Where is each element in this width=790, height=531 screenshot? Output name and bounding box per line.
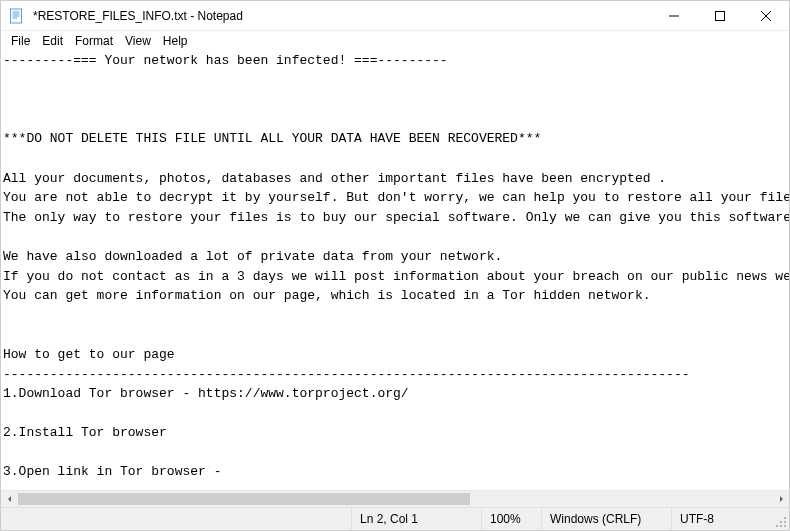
scroll-thumb[interactable] <box>18 493 470 505</box>
document-text[interactable]: ---------=== Your network has been infec… <box>1 51 789 490</box>
menu-help[interactable]: Help <box>157 33 194 49</box>
svg-point-12 <box>784 521 786 523</box>
menu-format[interactable]: Format <box>69 33 119 49</box>
titlebar: *RESTORE_FILES_INFO.txt - Notepad <box>1 1 789 31</box>
menu-file[interactable]: File <box>5 33 36 49</box>
scroll-track[interactable] <box>18 491 772 507</box>
window-controls <box>651 1 789 30</box>
svg-marker-10 <box>780 496 783 502</box>
app-icon <box>1 8 31 24</box>
close-button[interactable] <box>743 1 789 30</box>
minimize-button[interactable] <box>651 1 697 30</box>
window-title: *RESTORE_FILES_INFO.txt - Notepad <box>31 9 651 23</box>
menu-edit[interactable]: Edit <box>36 33 69 49</box>
scroll-left-arrow-icon[interactable] <box>1 491 18 507</box>
svg-rect-6 <box>716 11 725 20</box>
menu-view[interactable]: View <box>119 33 157 49</box>
svg-point-13 <box>780 525 782 527</box>
status-encoding: UTF-8 <box>671 508 771 530</box>
scroll-right-arrow-icon[interactable] <box>772 491 789 507</box>
menubar: File Edit Format View Help <box>1 31 789 51</box>
svg-point-15 <box>780 521 782 523</box>
editor-area[interactable]: ---------=== Your network has been infec… <box>1 51 789 490</box>
notepad-window: *RESTORE_FILES_INFO.txt - Notepad File E… <box>0 0 790 531</box>
svg-marker-9 <box>8 496 11 502</box>
status-spacer <box>1 508 351 530</box>
svg-point-16 <box>776 525 778 527</box>
resize-grip-icon[interactable] <box>771 508 789 530</box>
svg-point-11 <box>784 525 786 527</box>
status-zoom: 100% <box>481 508 541 530</box>
maximize-button[interactable] <box>697 1 743 30</box>
svg-point-14 <box>784 517 786 519</box>
statusbar: Ln 2, Col 1 100% Windows (CRLF) UTF-8 <box>1 507 789 530</box>
status-line-ending: Windows (CRLF) <box>541 508 671 530</box>
horizontal-scrollbar[interactable] <box>1 490 789 507</box>
status-cursor-position: Ln 2, Col 1 <box>351 508 481 530</box>
